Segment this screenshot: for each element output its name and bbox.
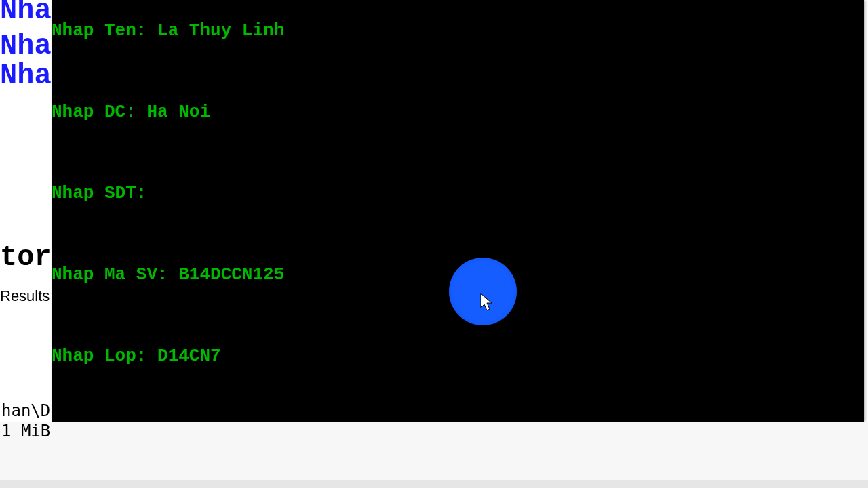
code-frag: Nha (0, 30, 52, 62)
path-frag: han\D (1, 401, 50, 420)
console-line (52, 305, 864, 325)
ide-background (0, 422, 868, 488)
console-window[interactable]: Nhap Ten: La Thuy Linh Nhap DC: Ha Noi N… (52, 0, 864, 422)
console-line (52, 224, 864, 244)
console-line: Nhap SDT: (52, 183, 864, 203)
console-line: Nhap Ma SV: B14DCCN125 (52, 264, 864, 285)
console-line: Nhap DC: Ha Noi (52, 102, 864, 122)
console-line (52, 142, 864, 163)
code-frag: Nha (0, 60, 52, 92)
code-frag: mr) (0, 152, 52, 249)
code-frag: Nha (0, 0, 52, 27)
separator (0, 480, 868, 488)
console-line (52, 61, 864, 81)
results-label: Results (0, 287, 52, 305)
code-frag: tor (0, 241, 52, 274)
console-line: Nhap Lop: D14CN7 (52, 346, 864, 366)
console-line: Nhap Ten: La Thuy Linh (52, 20, 864, 41)
console-line (52, 386, 864, 407)
size-frag: 1 MiB (1, 422, 50, 441)
